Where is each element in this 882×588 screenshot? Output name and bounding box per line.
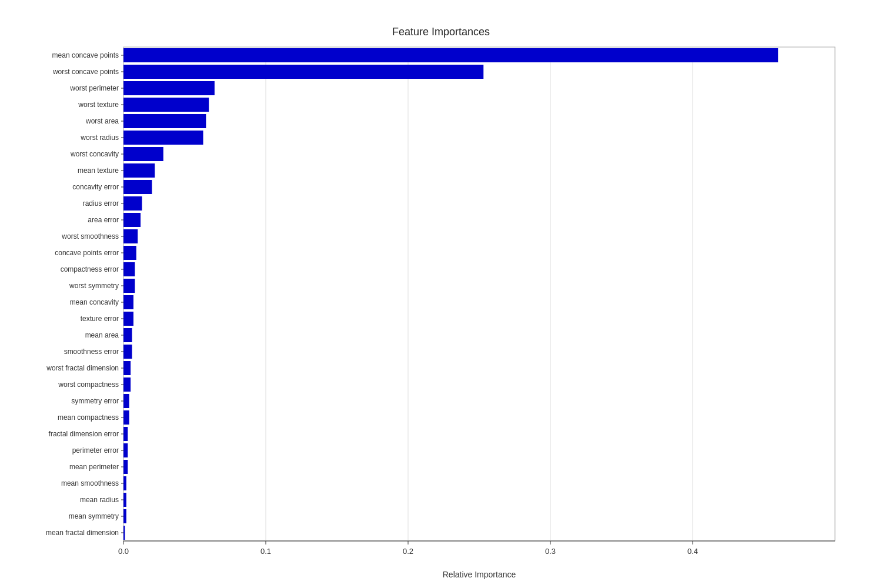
- bar: [123, 279, 135, 293]
- bar: [123, 345, 132, 359]
- bar: [123, 394, 129, 408]
- y-axis-label: mean area: [85, 331, 119, 339]
- bar: [123, 312, 133, 326]
- bar: [123, 180, 152, 194]
- bar: [123, 98, 209, 112]
- y-axis-label: compactness error: [61, 265, 119, 273]
- x-tick-label: 0.3: [545, 547, 556, 556]
- y-axis-label: worst concavity: [70, 150, 119, 158]
- y-axis-label: mean concave points: [52, 51, 119, 59]
- bar: [123, 131, 203, 145]
- y-axis-label: radius error: [83, 199, 119, 208]
- bar: [123, 295, 133, 309]
- bar: [123, 493, 126, 507]
- y-axis-label: mean concavity: [70, 298, 119, 306]
- bar: [123, 427, 128, 441]
- bar: [123, 196, 142, 211]
- y-axis-label: symmetry error: [71, 397, 119, 405]
- bar: [123, 262, 135, 276]
- chart-svg: Feature Importances0.00.10.20.30.4Relati…: [0, 0, 882, 588]
- bar: [123, 163, 155, 178]
- y-axis-label: mean compactness: [58, 413, 119, 422]
- bar: [123, 147, 163, 161]
- bar: [123, 526, 125, 540]
- x-axis-label: Relative Importance: [443, 570, 516, 579]
- y-axis-label: worst compactness: [58, 380, 119, 389]
- y-axis-label: mean symmetry: [69, 512, 119, 520]
- bar: [123, 246, 136, 260]
- y-axis-label: area error: [88, 216, 119, 224]
- y-axis-label: worst perimeter: [69, 84, 119, 92]
- y-axis-label: worst fractal dimension: [46, 364, 119, 372]
- y-axis-label: worst texture: [78, 101, 119, 109]
- y-axis-label: mean perimeter: [69, 463, 119, 471]
- y-axis-label: concave points error: [55, 249, 119, 257]
- chart-title: Feature Importances: [392, 26, 490, 38]
- y-axis-label: concavity error: [72, 183, 119, 191]
- bar: [123, 443, 128, 457]
- y-axis-label: perimeter error: [72, 446, 119, 455]
- x-tick-label: 0.1: [260, 547, 271, 556]
- bar: [123, 361, 131, 375]
- y-axis-label: worst concave points: [52, 68, 119, 76]
- x-tick-label: 0.2: [403, 547, 413, 556]
- bar: [123, 81, 215, 95]
- y-axis-label: smoothness error: [64, 348, 119, 356]
- bar: [123, 213, 141, 227]
- bar: [123, 410, 129, 425]
- y-axis-label: worst smoothness: [61, 232, 119, 240]
- y-axis-label: texture error: [81, 315, 119, 323]
- bar: [123, 328, 132, 342]
- bar: [123, 114, 206, 128]
- y-axis-label: worst symmetry: [69, 282, 119, 290]
- y-axis-label: mean fractal dimension: [46, 529, 119, 537]
- chart-container: Feature Importances0.00.10.20.30.4Relati…: [0, 0, 882, 588]
- bar: [123, 229, 138, 243]
- bar: [123, 48, 778, 62]
- y-axis-label: worst area: [85, 117, 119, 125]
- y-axis-label: mean texture: [78, 166, 119, 175]
- y-axis-label: worst radius: [80, 133, 119, 142]
- bar: [123, 377, 131, 392]
- y-axis-label: mean smoothness: [61, 479, 119, 487]
- bar: [123, 476, 126, 490]
- y-axis-label: mean radius: [80, 496, 119, 504]
- y-axis-label: fractal dimension error: [49, 430, 119, 438]
- bar: [123, 65, 483, 79]
- x-tick-label: 0.4: [687, 547, 698, 556]
- x-tick-label: 0.0: [118, 547, 129, 556]
- bar: [123, 509, 126, 523]
- bar: [123, 460, 128, 474]
